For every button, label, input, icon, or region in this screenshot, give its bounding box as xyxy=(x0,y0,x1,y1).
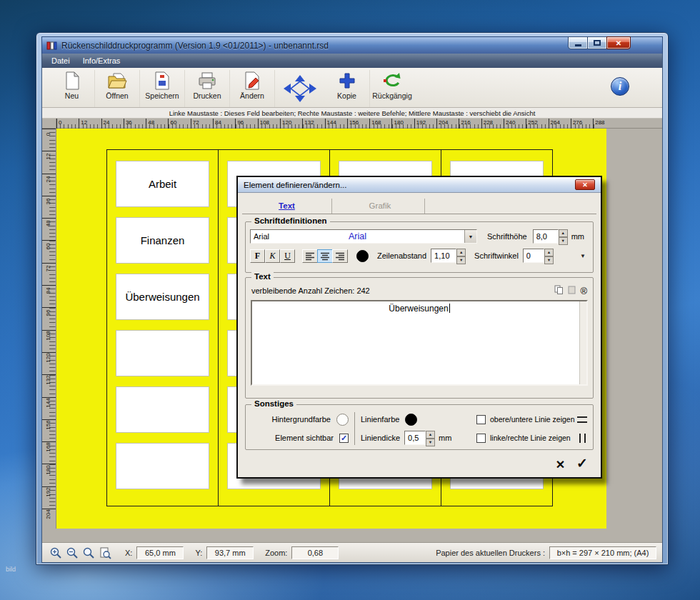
background-color-picker[interactable] xyxy=(336,414,349,426)
font-height-spinner[interactable]: 8,0 ▲▼ xyxy=(533,229,568,244)
font-height-value[interactable]: 8,0 xyxy=(533,229,559,244)
dialog-titlebar[interactable]: Element definieren/ändern... ✕ xyxy=(238,177,601,193)
vruler-number: 36 xyxy=(45,194,52,209)
vruler-number: 48 xyxy=(45,216,52,231)
hruler-number: 168 xyxy=(371,119,381,126)
hruler-number: 36 xyxy=(126,119,132,126)
label-cell[interactable] xyxy=(116,443,209,489)
vruler-number: 0 xyxy=(45,129,52,141)
undo-button[interactable]: Rückgängig xyxy=(369,70,414,107)
print-button[interactable]: Drucken xyxy=(184,70,229,107)
vertical-lines-icon xyxy=(579,434,586,443)
pan-view-control[interactable] xyxy=(274,70,324,107)
tab-grafik[interactable]: Grafik xyxy=(335,199,425,214)
spin-down-icon[interactable]: ▼ xyxy=(559,237,568,245)
font-dropdown-button[interactable]: ▼ xyxy=(464,230,476,243)
divider xyxy=(354,412,355,445)
line-spacing-value[interactable]: 1,10 xyxy=(431,249,456,263)
cancel-button[interactable]: ✕ xyxy=(556,458,565,471)
label-cell[interactable] xyxy=(116,386,209,433)
zoom-out-icon xyxy=(66,546,79,559)
dialog-close-button[interactable]: ✕ xyxy=(575,179,595,190)
line-width-value[interactable]: 0,5 xyxy=(404,431,426,445)
hruler-number: 204 xyxy=(439,119,448,126)
dialog-tabs: Text Grafik xyxy=(242,199,596,214)
vline-label: linke/rechte Linie zeigen xyxy=(490,434,571,442)
line-width-spinner[interactable]: 0,5 ▲▼ xyxy=(404,431,435,445)
toolbar-label: Kopie xyxy=(337,91,356,100)
print-preview-button[interactable] xyxy=(97,545,112,560)
hruler-number: 84 xyxy=(215,119,221,126)
save-button[interactable]: Speichern xyxy=(139,70,184,107)
toolbar-label: Öffnen xyxy=(106,91,128,100)
text-caret xyxy=(449,304,450,313)
maximize-button[interactable] xyxy=(587,36,607,49)
italic-button[interactable]: K xyxy=(265,249,280,263)
vline-checkbox[interactable] xyxy=(476,434,486,443)
font-angle-spinner[interactable]: 0 ▲▼ xyxy=(523,249,554,263)
menu-info-extras[interactable]: Info/Extras xyxy=(76,56,127,65)
copy-text-button[interactable] xyxy=(554,285,564,296)
info-button[interactable]: i xyxy=(611,77,629,96)
spin-up-icon[interactable]: ▲ xyxy=(426,431,435,439)
font-color-picker[interactable] xyxy=(356,250,369,262)
align-left-button[interactable] xyxy=(302,249,318,263)
align-right-button[interactable] xyxy=(332,249,348,263)
paper-field: b×h = 297 × 210 mm; (A4) xyxy=(549,546,656,559)
tab-text[interactable]: Text xyxy=(242,199,332,214)
ruler-row: 0122436486072849610812013214415616818019… xyxy=(42,119,662,129)
align-right-icon xyxy=(335,251,345,261)
vruler-number: 168 xyxy=(45,440,52,454)
label-cell[interactable]: Finanzen xyxy=(116,217,209,264)
spin-up-icon[interactable]: ▲ xyxy=(559,229,568,237)
line-color-label: Linienfarbe xyxy=(361,415,399,424)
spin-down-icon[interactable]: ▼ xyxy=(544,256,554,264)
copy-plus-icon xyxy=(338,70,356,91)
window-controls: ✕ xyxy=(569,36,631,49)
spin-down-icon[interactable]: ▼ xyxy=(426,439,435,446)
label-cell[interactable]: Überweisungen xyxy=(116,274,209,320)
hruler-number: 132 xyxy=(304,119,314,126)
insert-registered-button[interactable]: ® xyxy=(580,286,587,296)
copy-button[interactable]: Kopie xyxy=(324,70,369,107)
align-center-button[interactable] xyxy=(317,249,333,263)
zoom-in-button[interactable] xyxy=(48,545,63,560)
ok-button[interactable]: ✓ xyxy=(576,455,588,471)
hruler-number: 48 xyxy=(148,119,154,126)
label-cell[interactable] xyxy=(116,330,209,376)
spin-up-icon[interactable]: ▲ xyxy=(544,249,554,256)
zoom-reset-button[interactable] xyxy=(81,545,96,560)
paste-text-button[interactable] xyxy=(567,285,576,296)
text-content: Überweisungen xyxy=(389,304,448,314)
zoom-out-button[interactable] xyxy=(64,545,79,560)
app-icon xyxy=(46,41,57,51)
hline-checkbox[interactable] xyxy=(476,415,486,424)
underline-button[interactable]: U xyxy=(280,249,295,263)
font-angle-value[interactable]: 0 xyxy=(523,249,544,263)
angle-dropdown-icon[interactable]: ▼ xyxy=(580,253,586,259)
paper-label: Papier des aktuellen Druckers : xyxy=(436,549,545,557)
edit-button[interactable]: Ändern xyxy=(229,70,274,107)
vruler-number: 72 xyxy=(45,261,52,276)
menu-datei[interactable]: Datei xyxy=(45,56,76,65)
label-cell[interactable]: Arbeit xyxy=(116,161,209,207)
toolbar-label: Speichern xyxy=(145,91,179,100)
open-button[interactable]: Öffnen xyxy=(94,70,139,107)
vruler-number: 12 xyxy=(45,149,52,164)
textarea-scrollbar[interactable] xyxy=(579,301,586,384)
element-visible-checkbox[interactable]: ✓ xyxy=(339,434,349,443)
spin-up-icon[interactable]: ▲ xyxy=(456,249,466,256)
vruler-number: 180 xyxy=(45,463,52,477)
line-spacing-spinner[interactable]: 1,10 ▲▼ xyxy=(431,249,466,263)
text-input[interactable]: Überweisungen xyxy=(251,300,588,386)
vruler-number: 132 xyxy=(45,373,52,387)
close-button[interactable]: ✕ xyxy=(606,36,631,49)
x-label: X: xyxy=(125,549,132,557)
font-name: Arial xyxy=(254,232,269,241)
minimize-button[interactable] xyxy=(568,36,588,49)
font-select[interactable]: Arial Arial ▼ xyxy=(250,229,477,244)
line-color-picker[interactable] xyxy=(405,414,417,426)
new-button[interactable]: Neu xyxy=(49,70,94,107)
spin-down-icon[interactable]: ▼ xyxy=(456,256,466,264)
bold-button[interactable]: F xyxy=(250,249,265,263)
